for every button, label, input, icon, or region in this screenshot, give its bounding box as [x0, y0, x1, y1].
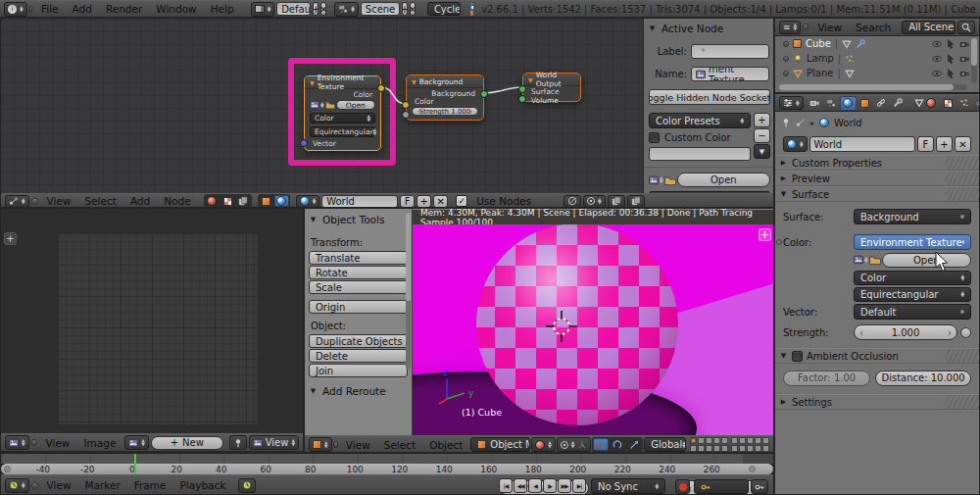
add-layout-button[interactable]: + — [313, 2, 318, 16]
mode-dropdown[interactable]: Object Mode — [470, 437, 530, 452]
panel-collapse-icon[interactable]: ▼ — [309, 216, 318, 223]
preset-specials-button[interactable]: ▼ — [754, 144, 770, 159]
image-canvas[interactable] — [58, 233, 258, 424]
chevron-updown-icon[interactable] — [320, 102, 324, 109]
tool-button[interactable]: Scale — [309, 280, 408, 294]
selectability-pointer-icon[interactable] — [946, 39, 956, 49]
outliner-row-cube[interactable]: Cube | — [775, 36, 979, 51]
delete-scene-button[interactable]: ✕ — [410, 2, 416, 16]
visibility-eye-icon[interactable] — [932, 39, 942, 49]
renderability-camera-icon[interactable] — [959, 54, 969, 64]
decorator-dot-icon[interactable] — [776, 239, 782, 245]
collapse-menus-icon[interactable] — [31, 198, 38, 205]
vector-dropdown[interactable]: Default — [854, 304, 971, 320]
menu-item[interactable]: Add — [123, 195, 157, 207]
tool-button[interactable]: Join — [309, 364, 408, 377]
menu-item[interactable]: Node — [157, 195, 197, 207]
renderability-camera-icon[interactable] — [959, 69, 969, 78]
region-expand-button[interactable]: + — [4, 232, 17, 245]
world-datablock-icon-button[interactable] — [296, 195, 320, 208]
region-expand-button[interactable]: + — [759, 228, 771, 241]
use-nodes-label[interactable]: Use Nodes — [469, 195, 538, 207]
visibility-eye-icon[interactable] — [932, 54, 942, 64]
viewport-shading-dropdown[interactable] — [531, 437, 556, 452]
editor-type-selector-image[interactable] — [5, 435, 29, 450]
panel-custom-properties[interactable]: ▶Custom Properties — [775, 155, 979, 171]
collapse-node-icon[interactable]: ▼ — [412, 78, 416, 85]
open-image-button[interactable]: Open — [882, 253, 971, 268]
editor-type-selector-timeline[interactable] — [5, 478, 29, 493]
menu-item[interactable]: View — [40, 479, 78, 491]
decorator-button[interactable] — [960, 327, 971, 338]
outliner-hscrollbar[interactable] — [779, 84, 967, 90]
panel-ambient-occlusion[interactable]: ▼Ambient Occlusion — [775, 348, 979, 364]
outliner-row-lamp[interactable]: Lamp | — [775, 51, 979, 66]
ruler-scroll-knob-right[interactable] — [749, 466, 756, 472]
editor-type-selector-3d[interactable] — [309, 437, 332, 452]
tool-button[interactable]: Duplicate Objects — [309, 334, 408, 348]
unlink-datablock-button[interactable]: ✕ — [433, 195, 448, 208]
use-nodes-checkbox[interactable]: ✓ — [456, 195, 467, 207]
menu-item[interactable]: File — [34, 3, 66, 15]
playback-button[interactable]: ◀ — [528, 478, 542, 493]
sync-dropdown[interactable]: No Sync — [591, 478, 665, 494]
view-mode-dropdown[interactable]: View — [249, 435, 299, 450]
socket-strength-input[interactable] — [402, 111, 410, 119]
slider-left-arrow-icon[interactable]: ‹ — [417, 108, 420, 116]
keying-set-field[interactable] — [694, 479, 749, 494]
menu-item[interactable]: Playback — [172, 479, 232, 491]
origin-button[interactable]: Origin — [309, 300, 408, 314]
pin-button[interactable] — [229, 435, 247, 450]
record-button[interactable] — [675, 479, 690, 494]
editor-type-selector-node[interactable] — [5, 195, 29, 208]
new-image-button[interactable]: +New — [151, 436, 223, 450]
paste-nodes-button[interactable] — [627, 195, 645, 208]
projection-dropdown[interactable]: Equirectangular — [310, 126, 375, 137]
slider-right-arrow-icon[interactable]: › — [469, 108, 472, 116]
playback-button[interactable]: |◀ — [499, 478, 513, 493]
tab-material[interactable] — [923, 96, 940, 111]
menu-item[interactable]: Help — [204, 3, 241, 15]
socket-background-output[interactable] — [480, 90, 488, 98]
toggle-hidden-sockets-button[interactable]: Toggle Hidden Node Sockets — [649, 89, 770, 105]
strength-slider[interactable]: ‹1.000› — [854, 324, 957, 340]
editor-type-selector-outliner[interactable]: ≡ — [779, 21, 801, 34]
timeline-track[interactable] — [1, 454, 773, 464]
collapse-menus-icon[interactable] — [29, 6, 32, 13]
menu-item[interactable]: Window — [149, 3, 203, 15]
timeline-ruler[interactable]: -40-200204060801001201401601802002202402… — [1, 464, 773, 474]
selectability-pointer-icon[interactable] — [946, 69, 956, 78]
playback-button[interactable]: ▶ — [543, 478, 557, 493]
collapse-node-icon[interactable]: ▼ — [528, 76, 533, 83]
custom-color-field[interactable] — [649, 147, 751, 161]
image-datablock-icon-button[interactable] — [124, 435, 149, 450]
screen-layout-icon-button[interactable] — [251, 2, 275, 17]
collapse-menus-icon[interactable] — [31, 439, 37, 446]
chevron-updown-icon[interactable] — [864, 257, 868, 264]
menu-item[interactable]: View — [339, 439, 377, 451]
insert-keyframe-button[interactable] — [751, 479, 768, 494]
screen-layout-field[interactable]: Default — [276, 2, 311, 16]
new-datablock-button[interactable]: + — [936, 136, 953, 152]
socket-surface-input[interactable] — [518, 85, 526, 93]
node-world-output[interactable]: ▼World Output Surface Volume — [522, 73, 581, 102]
custom-color-label[interactable]: Custom Color — [664, 132, 731, 143]
node-header[interactable]: ▼Background — [407, 75, 483, 88]
layers-group-2[interactable] — [731, 437, 769, 452]
slider-right-arrow-icon[interactable]: › — [948, 327, 952, 338]
tool-shelf-scrollbar[interactable] — [406, 213, 411, 370]
playback-range-lock-button[interactable] — [238, 478, 256, 493]
preset-add-button[interactable]: + — [754, 113, 770, 127]
pivot-point-dropdown[interactable] — [557, 437, 592, 452]
compositing-nodes-tab[interactable] — [236, 195, 251, 207]
color-space-dropdown[interactable]: Color — [310, 113, 375, 124]
viewport-render[interactable]: z y (1) Cube + — [413, 224, 774, 435]
tab-texture[interactable] — [940, 96, 956, 111]
tab-world[interactable] — [840, 96, 857, 111]
editor-type-selector-properties[interactable] — [779, 96, 804, 110]
panel-settings[interactable]: ▶Settings — [775, 394, 979, 410]
copy-nodes-button[interactable] — [608, 195, 625, 208]
expand-icon[interactable] — [783, 41, 789, 47]
tab-particles[interactable] — [956, 96, 973, 111]
fake-user-button[interactable]: F — [400, 195, 415, 208]
